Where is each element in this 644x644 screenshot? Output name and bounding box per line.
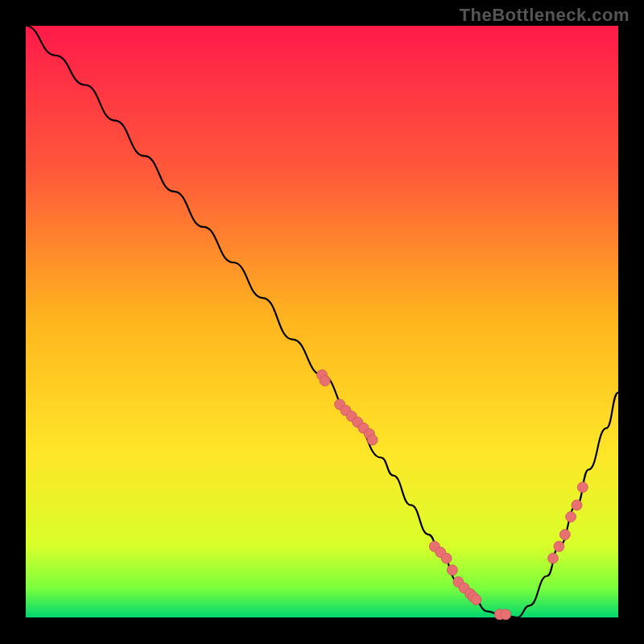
data-point xyxy=(554,541,564,551)
data-point xyxy=(501,609,511,620)
data-point xyxy=(577,482,588,493)
bottleneck-chart xyxy=(0,0,644,644)
data-point xyxy=(572,500,582,510)
data-point xyxy=(548,553,559,564)
data-point xyxy=(367,435,378,445)
data-point xyxy=(559,530,570,540)
data-point xyxy=(566,512,576,522)
chart-stage: TheBottleneck.com xyxy=(0,0,644,644)
data-point xyxy=(471,594,481,605)
data-point xyxy=(447,565,457,576)
data-point xyxy=(320,376,330,386)
watermark-label: TheBottleneck.com xyxy=(460,5,630,26)
gradient-plot-area xyxy=(26,26,618,617)
data-point xyxy=(441,553,452,564)
